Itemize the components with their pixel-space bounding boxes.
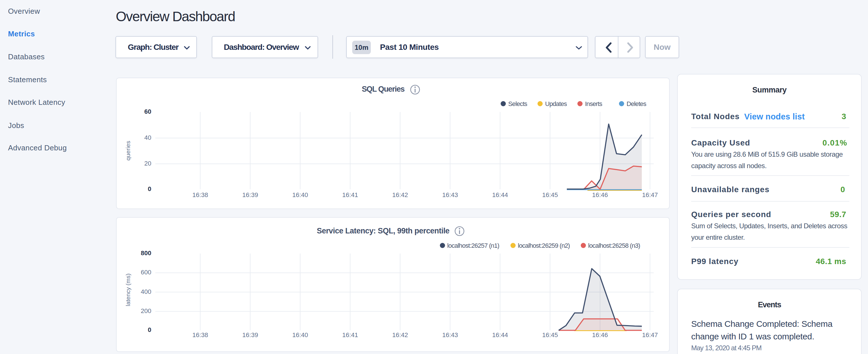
svg-text:16:42: 16:42 [392, 331, 408, 339]
svg-text:600: 600 [141, 269, 151, 276]
svg-text:16:43: 16:43 [442, 331, 458, 339]
svg-text:16:46: 16:46 [592, 191, 608, 198]
svg-text:16:47: 16:47 [642, 191, 658, 198]
svg-text:16:46: 16:46 [592, 331, 608, 339]
svg-text:16:40: 16:40 [292, 191, 308, 198]
svg-text:16:41: 16:41 [342, 331, 358, 339]
svg-text:Inserts: Inserts [585, 100, 602, 107]
svg-text:localhost:26258 (n3): localhost:26258 (n3) [588, 242, 640, 249]
svg-text:0: 0 [148, 326, 151, 333]
svg-text:200: 200 [141, 307, 151, 315]
svg-text:60: 60 [145, 108, 151, 115]
svg-text:localhost:26259 (n2): localhost:26259 (n2) [518, 242, 570, 249]
svg-text:16:39: 16:39 [242, 191, 258, 198]
svg-text:16:44: 16:44 [492, 191, 508, 198]
svg-text:localhost:26257 (n1): localhost:26257 (n1) [447, 242, 499, 249]
svg-text:16:45: 16:45 [542, 191, 558, 198]
svg-text:16:47: 16:47 [642, 331, 658, 339]
svg-text:800: 800 [141, 250, 151, 257]
svg-text:16:41: 16:41 [342, 191, 358, 198]
svg-text:Deletes: Deletes [627, 100, 647, 107]
svg-text:16:43: 16:43 [442, 191, 458, 198]
svg-text:16:38: 16:38 [192, 191, 208, 198]
svg-text:queries: queries [125, 141, 131, 161]
svg-text:Selects: Selects [508, 100, 528, 107]
svg-text:40: 40 [145, 134, 151, 141]
svg-text:20: 20 [145, 160, 151, 167]
svg-text:16:38: 16:38 [192, 331, 208, 339]
svg-text:16:39: 16:39 [242, 331, 258, 339]
svg-text:16:40: 16:40 [292, 331, 308, 339]
svg-text:16:44: 16:44 [492, 331, 508, 339]
svg-text:latency (ms): latency (ms) [125, 273, 131, 306]
svg-text:16:45: 16:45 [542, 331, 558, 339]
svg-text:0: 0 [148, 185, 151, 192]
svg-text:Updates: Updates [545, 100, 567, 107]
svg-text:400: 400 [141, 288, 151, 295]
svg-text:16:42: 16:42 [392, 191, 408, 198]
svg-text:Service Latency: SQL, 99th per: Service Latency: SQL, 99th percentile [317, 227, 449, 235]
svg-text:SQL Queries: SQL Queries [362, 85, 404, 93]
